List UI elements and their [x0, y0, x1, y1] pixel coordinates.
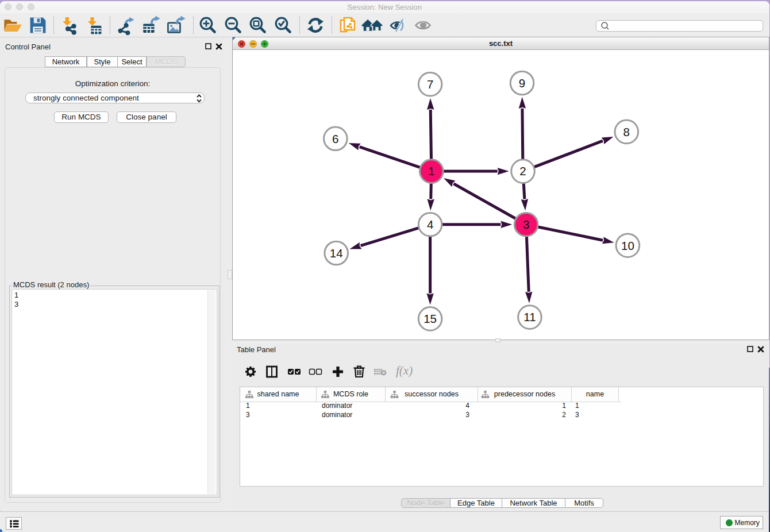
- svg-text:9: 9: [519, 76, 525, 90]
- svg-text:2: 2: [519, 164, 526, 178]
- svg-text:14: 14: [330, 246, 343, 260]
- svg-text:8: 8: [623, 125, 630, 138]
- svg-text:6: 6: [332, 132, 338, 145]
- svg-text:3: 3: [523, 218, 529, 231]
- svg-text:7: 7: [427, 78, 433, 91]
- svg-text:11: 11: [523, 310, 536, 323]
- svg-text:4: 4: [427, 218, 433, 231]
- svg-text:1: 1: [428, 164, 434, 178]
- svg-text:15: 15: [424, 312, 437, 325]
- svg-text:10: 10: [621, 239, 634, 252]
